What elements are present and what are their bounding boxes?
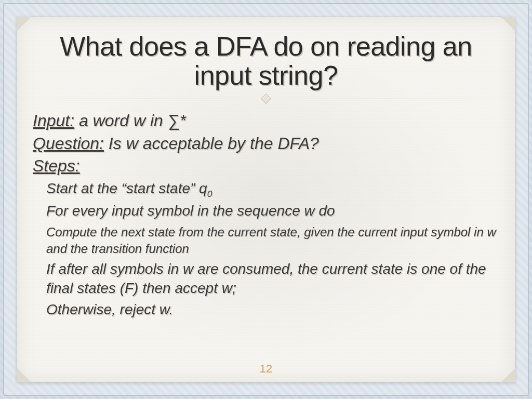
corner-decoration xyxy=(17,17,31,31)
step-1-subscript: 0 xyxy=(207,188,212,198)
input-label: Input: xyxy=(33,111,74,130)
step-2a: Compute the next state from the current … xyxy=(46,224,499,256)
steps-label: Steps: xyxy=(33,156,80,175)
step-2: For every input symbol in the sequence w… xyxy=(46,202,499,221)
step-3: If after all symbols in w are consumed, … xyxy=(46,260,499,298)
question-line: Question: Is w acceptable by the DFA? xyxy=(33,132,499,155)
steps-block: Start at the “start state” q0 For every … xyxy=(33,179,499,320)
step-1-text: Start at the “start state” q xyxy=(46,180,207,196)
page-number: 12 xyxy=(17,362,515,376)
question-label: Question: xyxy=(33,134,104,153)
slide-card: What does a DFA do on reading an input s… xyxy=(17,17,515,382)
slide-title: What does a DFA do on reading an input s… xyxy=(33,32,499,90)
steps-label-line: Steps: xyxy=(33,155,499,177)
step-4: Otherwise, reject w. xyxy=(46,300,499,320)
outer-frame: What does a DFA do on reading an input s… xyxy=(3,3,529,396)
divider-ornament xyxy=(33,95,499,102)
question-text: Is w acceptable by the DFA? xyxy=(104,134,319,153)
step-1: Start at the “start state” q0 xyxy=(46,179,499,200)
slide-body: Input: a word w in ∑* Question: Is w acc… xyxy=(33,110,499,319)
input-text: a word w in ∑* xyxy=(74,111,186,130)
input-line: Input: a word w in ∑* xyxy=(33,110,499,132)
corner-decoration xyxy=(501,17,515,31)
